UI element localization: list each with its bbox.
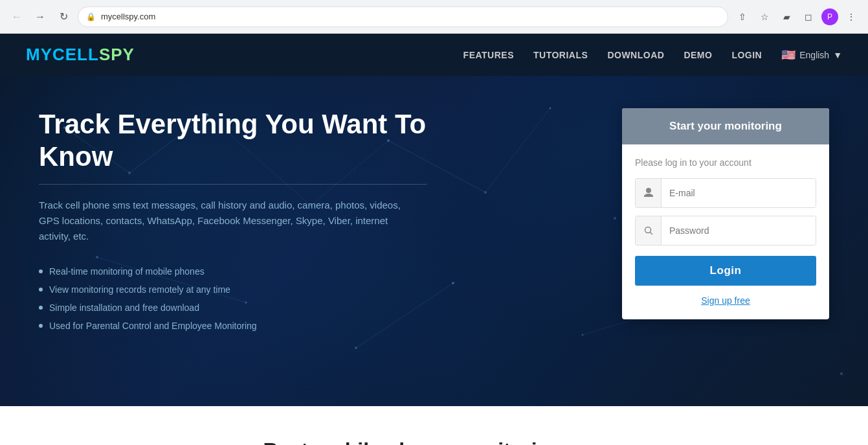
- hero-list: Real-time monitoring of mobile phones Vi…: [39, 262, 453, 335]
- url-text: mycellspy.com: [101, 12, 720, 21]
- below-hero-title: Best mobile phone monitoring app: [26, 439, 842, 445]
- bullet-icon: [39, 288, 43, 291]
- hero-section: Track Everything You Want To Know Track …: [0, 76, 868, 406]
- back-button[interactable]: ←: [8, 8, 26, 26]
- login-card-body: Please log in to your account Login Sign…: [622, 144, 829, 319]
- password-field[interactable]: [662, 216, 816, 245]
- extensions-button[interactable]: ▰: [777, 8, 796, 26]
- nav-demo[interactable]: DEMO: [684, 50, 712, 60]
- signup-link-container: Sign up free: [635, 295, 816, 306]
- logo[interactable]: MYCELLSPY: [26, 45, 135, 65]
- login-card-header: Start your monitoring: [622, 108, 829, 144]
- list-item: Real-time monitoring of mobile phones: [39, 262, 453, 280]
- logo-spy: SPY: [99, 45, 135, 64]
- window-button[interactable]: ◻: [799, 8, 818, 26]
- profile-button[interactable]: P: [821, 8, 838, 25]
- list-item: Used for Parental Control and Employee M…: [39, 317, 453, 335]
- hero-left: Track Everything You Want To Know Track …: [39, 108, 479, 335]
- svg-point-6: [550, 108, 551, 109]
- login-subtitle: Please log in to your account: [635, 157, 816, 168]
- lock-icon: 🔒: [86, 12, 96, 21]
- logo-mycell: MYCELL: [26, 45, 99, 64]
- reload-button[interactable]: ↻: [54, 8, 72, 26]
- email-field[interactable]: [662, 179, 816, 207]
- language-label: English: [799, 50, 829, 60]
- svg-point-5: [484, 191, 487, 194]
- menu-button[interactable]: ⋮: [842, 8, 860, 26]
- address-bar[interactable]: 🔒 mycellspy.com: [78, 6, 728, 27]
- browser-chrome: ← → ↻ 🔒 mycellspy.com ⇧ ☆ ▰ ◻ P ⋮: [0, 0, 868, 34]
- signup-link[interactable]: Sign up free: [701, 295, 750, 306]
- bullet-icon: [39, 324, 43, 328]
- login-card-title: Start your monitoring: [669, 120, 782, 132]
- nav-features[interactable]: FEATURES: [463, 50, 514, 60]
- bullet-icon: [39, 306, 43, 310]
- login-button[interactable]: Login: [635, 256, 816, 286]
- person-icon: [636, 179, 662, 207]
- bookmark-button[interactable]: ☆: [755, 8, 773, 26]
- password-input-group: [635, 216, 816, 245]
- forward-button[interactable]: →: [31, 8, 49, 26]
- flag-icon: 🇺🇸: [781, 48, 796, 62]
- hero-title: Track Everything You Want To Know: [39, 108, 453, 174]
- bullet-icon: [39, 269, 43, 273]
- svg-point-17: [840, 372, 843, 375]
- svg-point-7: [614, 217, 616, 220]
- browser-actions: ⇧ ☆ ▰ ◻ P ⋮: [733, 8, 860, 26]
- hero-description: Track cell phone sms text messages, call…: [39, 198, 414, 244]
- hero-divider: [39, 184, 427, 185]
- list-item: Simple installation and free download: [39, 299, 453, 317]
- search-lock-icon: [636, 216, 662, 245]
- chevron-down-icon: ▼: [833, 50, 842, 60]
- share-button[interactable]: ⇧: [733, 8, 751, 26]
- nav-download[interactable]: DOWNLOAD: [607, 50, 664, 60]
- nav-login[interactable]: LOGIN: [731, 50, 762, 60]
- svg-point-15: [582, 334, 584, 336]
- navbar: MYCELLSPY FEATURES TUTORIALS DOWNLOAD DE…: [0, 34, 868, 76]
- list-item: View monitoring records remotely at any …: [39, 280, 453, 299]
- svg-point-27: [645, 227, 651, 233]
- svg-line-28: [650, 233, 652, 235]
- nav-tutorials[interactable]: TUTORIALS: [533, 50, 588, 60]
- email-input-group: [635, 178, 816, 208]
- nav-links: FEATURES TUTORIALS DOWNLOAD DEMO LOGIN 🇺…: [463, 48, 842, 62]
- svg-line-22: [485, 108, 550, 192]
- language-selector[interactable]: 🇺🇸 English ▼: [781, 48, 842, 62]
- below-hero-section: Best mobile phone monitoring app Monitor…: [0, 406, 868, 445]
- login-card: Start your monitoring Please log in to y…: [622, 108, 829, 319]
- svg-point-13: [355, 347, 357, 349]
